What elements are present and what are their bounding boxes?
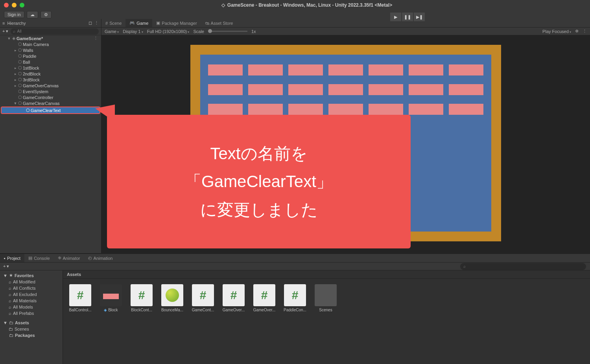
tree-item[interactable]: ▸⬡3rdBlock (0, 77, 101, 83)
tree-item[interactable]: ⬡Paddle (0, 53, 101, 59)
play-focused-dropdown[interactable]: Play Focused (542, 29, 571, 34)
asset-item[interactable]: #BallControl... (68, 284, 92, 358)
script-icon: # (253, 284, 275, 306)
script-icon: # (131, 284, 153, 306)
fav-item[interactable]: ⌕All Models (0, 304, 63, 310)
scale-slider[interactable] (208, 31, 247, 32)
animation-icon: ◴ (88, 256, 92, 261)
fav-item[interactable]: ⌕All Prefabs (0, 310, 63, 316)
tree-item[interactable]: ⬡EventSystem (0, 88, 101, 94)
asset-label: BlockCont... (130, 308, 153, 312)
asset-item[interactable]: #BlockCont... (130, 284, 153, 358)
step-button[interactable]: ▶❚ (414, 13, 425, 21)
script-icon: # (284, 284, 306, 306)
search-icon: ⌕ (9, 298, 11, 303)
game-mode-dropdown[interactable]: Game (105, 29, 119, 34)
minimize-icon[interactable] (12, 3, 17, 7)
asset-item[interactable]: Scenes (314, 284, 337, 358)
pause-button[interactable]: ❚❚ (402, 13, 413, 21)
tab-package-manager[interactable]: ▣Package Manager (152, 19, 201, 27)
tree-item[interactable]: ▸⬡GameOverCanvas (0, 83, 101, 88)
resolution-dropdown[interactable]: Full HD (1920x1080) (147, 29, 190, 34)
scale-label: Scale (193, 29, 204, 34)
window-title: ◇ GameScene - Breakout - Windows, Mac, L… (28, 2, 586, 8)
game-toolbar: Game Display 1 Full HD (1920x1080) Scale… (101, 28, 590, 35)
tab-animation[interactable]: ◴Animation (84, 254, 117, 262)
tree-item-selected[interactable]: ⬡GameClearText (2, 107, 100, 113)
tree-item[interactable]: ▸⬡Walls (0, 47, 101, 53)
asset-item[interactable]: #GameOver... (253, 284, 276, 358)
folder-icon: 🗀 (9, 327, 13, 331)
favorites-header[interactable]: ▼★Favorites (0, 272, 63, 279)
search-icon: ⌕ (9, 305, 11, 309)
fav-item[interactable]: ⌕All Conflicts (0, 285, 63, 291)
tab-animator[interactable]: ⁜Animator (54, 254, 84, 262)
lock-icon[interactable]: ◻ (88, 20, 92, 26)
breadcrumb[interactable]: Assets (63, 270, 590, 279)
tree-item[interactable]: ▸⬡2ndBlock (0, 71, 101, 77)
asset-item[interactable]: ◈ Block (99, 284, 123, 358)
asset-label: GameOver... (253, 308, 276, 312)
folder-icon: 🗀 (9, 333, 13, 338)
scene-row[interactable]: ▼◈GameScene*⋮ (0, 35, 101, 41)
tree-item[interactable]: ▼⬡GameClearCanvas (0, 100, 101, 106)
asset-grid[interactable]: #BallControl...◈ Block#BlockCont...Bounc… (63, 279, 590, 364)
fav-item[interactable]: ⌕All Modified (0, 279, 63, 285)
assets-folder[interactable]: ▼🗀Assets (0, 320, 63, 326)
folder-icon: 🗀 (9, 320, 13, 325)
script-icon: # (223, 284, 245, 306)
add-button[interactable]: + ▾ (3, 264, 9, 269)
menu-icon[interactable]: ⋮ (94, 20, 99, 26)
folder-icon (315, 284, 337, 306)
hierarchy-search-input[interactable]: ⌕ All (11, 28, 99, 35)
maximize-icon[interactable] (20, 3, 24, 7)
asset-item[interactable]: #PaddleCon... (283, 284, 307, 358)
close-icon[interactable] (4, 3, 9, 7)
view-tabs: #Scene 🎮Game ▣Package Manager 🛍Asset Sto… (101, 19, 590, 28)
settings-icon[interactable]: ⚙ (41, 11, 52, 18)
tree-item[interactable]: ⬡Ball (0, 59, 101, 65)
search-icon: ⌕ (9, 279, 11, 284)
tab-project[interactable]: ▪Project (0, 254, 24, 262)
game-icon: 🎮 (129, 20, 135, 26)
cloud-icon[interactable]: ☁ (27, 11, 38, 18)
menu-icon[interactable]: ⋮ (583, 29, 587, 34)
fav-item[interactable]: ⌕All Excluded (0, 291, 63, 298)
animator-icon: ⁜ (58, 256, 61, 261)
package-icon: ▣ (156, 20, 160, 26)
tab-game[interactable]: 🎮Game (125, 19, 152, 27)
asset-label: BallControl... (68, 308, 92, 312)
search-icon: ⌕ (463, 264, 466, 268)
fav-item[interactable]: ⌕All Materials (0, 298, 63, 304)
callout-line2: 「GameClearText」 (185, 167, 333, 195)
hierarchy-tree[interactable]: ▼◈GameScene*⋮ ⬡Main Camera ▸⬡Walls ⬡Padd… (0, 35, 101, 253)
asset-item[interactable]: #GameCont... (191, 284, 215, 358)
folder-item[interactable]: 🗀Scenes (0, 326, 63, 332)
project-search-input[interactable]: ⌕ (460, 263, 586, 270)
material-icon (161, 284, 183, 306)
tab-asset-store[interactable]: 🛍Asset Store (201, 19, 237, 27)
tree-item[interactable]: ⬡Main Camera (0, 41, 101, 47)
tab-console[interactable]: ▤Console (24, 254, 53, 262)
project-sidebar[interactable]: ▼★Favorites ⌕All Modified ⌕All Conflicts… (0, 270, 63, 364)
display-dropdown[interactable]: Display 1 (123, 29, 143, 34)
hierarchy-header: ≡ Hierarchy ◻ ⋮ (0, 19, 101, 28)
asset-item[interactable]: BounceMa... (160, 284, 184, 358)
tab-scene[interactable]: #Scene (101, 19, 125, 27)
search-icon: ⌕ (9, 311, 11, 316)
tutorial-callout: Textの名前を 「GameClearText」 に変更しました (107, 115, 411, 248)
tree-item[interactable]: ⬡GameController (0, 94, 101, 100)
console-icon: ▤ (28, 256, 32, 261)
mute-icon[interactable]: ✲ (575, 29, 579, 34)
script-icon: # (192, 284, 214, 306)
callout-line3: に変更しました (200, 196, 318, 224)
signin-button[interactable]: Sign in (4, 11, 24, 18)
asset-item[interactable]: #GameOver... (222, 284, 245, 358)
bottom-panel: ▪Project ▤Console ⁜Animator ◴Animation +… (0, 253, 590, 364)
tree-item[interactable]: ▸⬡1stBlock (0, 65, 101, 71)
play-button[interactable]: ▶ (390, 13, 401, 21)
packages-folder[interactable]: ▼🗀Packages (0, 332, 63, 338)
asset-label: GameCont... (191, 308, 215, 312)
add-button[interactable]: + ▾ (2, 29, 8, 34)
asset-label: ◈ Block (99, 308, 123, 312)
